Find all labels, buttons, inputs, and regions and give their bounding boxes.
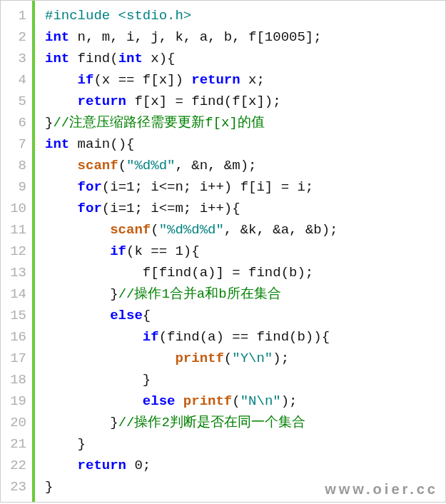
keyword: if (143, 329, 159, 345)
comment: //注意压缩路径需要更新f[x]的值 (53, 115, 264, 131)
code-text: } (45, 479, 53, 495)
code-block: 1 2 3 4 5 6 7 8 9 10 11 12 13 14 15 16 1… (0, 0, 446, 503)
code-line: return 0; (45, 455, 445, 476)
code-text (45, 393, 143, 409)
function: scanf (110, 222, 151, 238)
keyword: return (191, 72, 240, 88)
code-line: for(i=1; i<=m; i++){ (45, 198, 445, 219)
code-text: f[x] = find(f[x]); (126, 94, 281, 109)
function: scanf (78, 158, 118, 173)
code-text: ( (151, 222, 158, 238)
line-number: 13 (4, 262, 26, 283)
code-line: return f[x] = find(f[x]); (45, 91, 445, 112)
line-number: 3 (4, 48, 26, 69)
code-line: }//操作2判断是否在同一个集合 (45, 412, 445, 433)
code-line: int n, m, i, j, k, a, b, f[10005]; (45, 26, 445, 48)
code-line: int main(){ (45, 133, 445, 155)
line-number: 4 (4, 69, 26, 91)
code-text: (find(a) == find(b)){ (159, 329, 330, 345)
line-number: 8 (4, 155, 26, 176)
code-text (45, 308, 110, 323)
code-text: } (45, 286, 118, 302)
line-number: 21 (4, 433, 26, 455)
code-line: if(k == 1){ (45, 241, 445, 262)
code-text: { (143, 308, 151, 323)
code-text: (i=1; i<=n; i++) f[i] = i; (102, 179, 313, 195)
code-text (45, 243, 110, 259)
line-number: 1 (4, 5, 26, 26)
line-number: 10 (4, 198, 26, 219)
line-number: 12 (4, 241, 26, 262)
keyword: for (78, 201, 102, 216)
code-line: else{ (45, 305, 445, 326)
code-line: scanf("%d%d", &n, &m); (45, 155, 445, 176)
code-line: }//操作1合并a和b所在集合 (45, 283, 445, 305)
code-text (45, 329, 143, 345)
keyword: int (45, 51, 69, 66)
keyword: int (45, 136, 69, 152)
code-text: (k == 1){ (126, 243, 200, 259)
code-text: (x == f[x]) (93, 72, 191, 88)
function: printf (183, 393, 232, 409)
keyword: return (78, 94, 126, 109)
code-text (45, 179, 78, 195)
code-text: ( (118, 158, 126, 173)
line-number-gutter: 1 2 3 4 5 6 7 8 9 10 11 12 13 14 15 16 1… (1, 1, 35, 502)
code-area: #include <stdio.h> int n, m, i, j, k, a,… (35, 1, 445, 502)
line-number: 17 (4, 348, 26, 369)
line-number: 14 (4, 283, 26, 305)
code-line: if(x == f[x]) return x; (45, 69, 445, 91)
code-line: else printf("N\n"); (45, 390, 445, 412)
code-line: } (45, 433, 445, 455)
code-text (45, 94, 78, 109)
code-line: if(find(a) == find(b)){ (45, 326, 445, 348)
line-number: 7 (4, 133, 26, 155)
keyword: int (45, 29, 69, 45)
code-line: }//注意压缩路径需要更新f[x]的值 (45, 112, 445, 133)
code-text: find( (69, 51, 118, 66)
string: "N\n" (240, 393, 281, 409)
preprocessor: #include (45, 8, 110, 24)
line-number: 6 (4, 112, 26, 133)
code-text: } (45, 415, 118, 430)
code-text (45, 158, 78, 173)
function: printf (175, 351, 223, 366)
code-text: ( (224, 351, 232, 366)
code-text (45, 72, 78, 88)
code-text: ); (281, 393, 298, 409)
line-number: 22 (4, 455, 26, 476)
code-line: printf("Y\n"); (45, 348, 445, 369)
code-text: , &k, &a, &b); (224, 222, 338, 238)
code-text: } (45, 436, 86, 452)
keyword: else (110, 308, 143, 323)
line-number: 23 (4, 476, 26, 498)
line-number: 15 (4, 305, 26, 326)
code-text: } (45, 115, 53, 131)
code-line: scanf("%d%d%d", &k, &a, &b); (45, 219, 445, 241)
string: "%d%d" (126, 158, 175, 173)
include-file: <stdio.h> (110, 8, 191, 24)
code-text: ( (232, 393, 240, 409)
keyword: int (118, 51, 143, 66)
line-number: 2 (4, 26, 26, 48)
keyword: if (110, 243, 126, 259)
code-text (45, 222, 110, 238)
line-number: 16 (4, 326, 26, 348)
line-number: 9 (4, 176, 26, 198)
comment: //操作2判断是否在同一个集合 (118, 415, 305, 430)
code-line: #include <stdio.h> (45, 5, 445, 26)
code-text: n, m, i, j, k, a, b, f[10005]; (69, 29, 321, 45)
code-text: x; (240, 72, 265, 88)
code-text: } (45, 372, 151, 388)
code-text: ); (273, 351, 289, 366)
code-text (45, 458, 78, 473)
line-number: 18 (4, 369, 26, 390)
code-line: int find(int x){ (45, 48, 445, 69)
keyword: if (78, 72, 94, 88)
line-number: 11 (4, 219, 26, 241)
keyword: else (143, 393, 176, 409)
keyword: for (78, 179, 102, 195)
line-number: 19 (4, 390, 26, 412)
string: "Y\n" (232, 351, 273, 366)
code-text (45, 351, 175, 366)
